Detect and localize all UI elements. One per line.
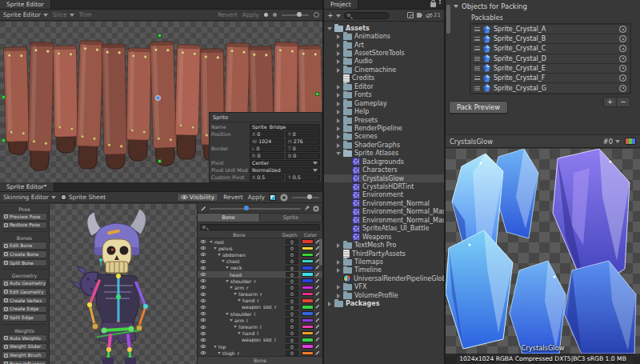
bone-row[interactable]: pelvis0 bbox=[198, 245, 322, 251]
packable-item[interactable]: Sprite_Crystal_B bbox=[471, 34, 630, 44]
visibility-eye-icon[interactable] bbox=[198, 344, 208, 349]
visibility-eye-icon[interactable] bbox=[198, 325, 208, 330]
sprite-editor-canvas[interactable]: Sprite Name Sprite_Bridge Position X0 Y0… bbox=[0, 22, 322, 182]
tab-project[interactable]: Project bbox=[324, 0, 358, 9]
selection-handle-right[interactable] bbox=[315, 92, 319, 96]
pencil-icon[interactable] bbox=[315, 265, 322, 270]
bone-row[interactable]: weapon_slot_r0 bbox=[198, 304, 322, 310]
object-picker-icon[interactable] bbox=[619, 74, 626, 82]
visibility-eye-icon[interactable] bbox=[198, 318, 208, 322]
hidden-count-toggle[interactable]: 21 bbox=[426, 12, 441, 18]
project-tree-item[interactable]: Assets bbox=[324, 24, 444, 32]
tree-foldout-icon[interactable] bbox=[335, 150, 341, 157]
tool-button-weight-slider[interactable]: Weight Slider bbox=[2, 343, 47, 351]
bone-foldout-icon[interactable] bbox=[226, 266, 229, 269]
drag-handle-icon[interactable] bbox=[474, 27, 480, 31]
bone-depth-field[interactable]: 0 bbox=[286, 318, 298, 323]
packable-item[interactable]: Sprite_Crystal_E bbox=[471, 64, 630, 74]
visibility-eye-icon[interactable] bbox=[198, 311, 208, 316]
bone-foldout-icon[interactable] bbox=[230, 286, 233, 289]
pivot-dropdown[interactable]: Center bbox=[250, 160, 320, 166]
bone-depth-field[interactable]: 0 bbox=[286, 350, 298, 356]
border-t-field[interactable]: T0 bbox=[286, 146, 320, 152]
bone-color-swatch[interactable] bbox=[302, 292, 314, 297]
bone-depth-field[interactable]: 0 bbox=[286, 330, 298, 336]
bone-foldout-icon[interactable] bbox=[226, 313, 229, 315]
bone-depth-field[interactable]: 0 bbox=[286, 305, 298, 310]
pencil-icon[interactable] bbox=[315, 344, 322, 350]
project-tree-item[interactable]: CrystalsHDRTint bbox=[324, 182, 444, 190]
project-tree-item[interactable]: Environment_Normal_Mask bbox=[324, 208, 444, 216]
bone-color-swatch[interactable] bbox=[302, 272, 314, 277]
project-tree-item[interactable]: Environment_Normal_Mask bbox=[324, 216, 444, 224]
bone-opacity-slider[interactable] bbox=[210, 208, 301, 210]
bone-color-swatch[interactable] bbox=[302, 344, 314, 349]
tree-foldout-icon[interactable] bbox=[326, 25, 332, 31]
bone-depth-field[interactable]: 0 bbox=[286, 311, 298, 317]
visibility-eye-icon[interactable] bbox=[198, 305, 208, 310]
pencil-icon[interactable] bbox=[315, 311, 322, 317]
bone-depth-field[interactable]: 0 bbox=[286, 338, 298, 343]
slice-dropdown[interactable]: Slice bbox=[53, 11, 74, 18]
bone-foldout-icon[interactable] bbox=[238, 299, 241, 302]
drag-handle-icon[interactable] bbox=[474, 37, 480, 41]
preview-page-dropdown[interactable]: #0 bbox=[603, 138, 620, 146]
project-tree-item[interactable]: ThirdPartyAssets bbox=[324, 250, 444, 258]
tree-foldout-icon[interactable] bbox=[335, 66, 341, 73]
label-icon[interactable] bbox=[417, 13, 422, 18]
bone-foldout-icon[interactable] bbox=[226, 280, 229, 282]
bone-foldout-icon[interactable] bbox=[234, 293, 237, 295]
bone-depth-field[interactable]: 0 bbox=[286, 291, 298, 297]
bone-color-swatch[interactable] bbox=[302, 246, 314, 251]
bone-color-swatch[interactable] bbox=[302, 253, 314, 258]
tool-button-auto-weights[interactable]: Auto Weights bbox=[2, 334, 47, 342]
skinning-mode-dropdown[interactable]: Skinning Editor bbox=[3, 194, 56, 201]
selection-handle-top[interactable] bbox=[158, 34, 162, 38]
project-tree-item[interactable]: UniversalRenderPipelineGlob bbox=[324, 274, 444, 282]
visibility-eye-icon[interactable] bbox=[198, 338, 208, 342]
zoom-slider[interactable] bbox=[282, 14, 309, 16]
tool-button-edit-geometry[interactable]: Edit Geometry bbox=[2, 288, 47, 296]
project-tree-item[interactable]: TextMesh Pro bbox=[324, 241, 444, 249]
border-b-field[interactable]: B0 bbox=[286, 153, 320, 159]
bone-row[interactable]: shoulder_l0 bbox=[198, 310, 322, 317]
bone-color-swatch[interactable] bbox=[302, 298, 314, 303]
visibility-eye-icon[interactable] bbox=[198, 252, 208, 257]
skinning-canvas[interactable] bbox=[50, 204, 197, 364]
visibility-toggle-button[interactable]: Visibility bbox=[177, 193, 218, 202]
packable-item[interactable]: Sprite_Crystal_C bbox=[471, 44, 630, 54]
visibility-eye-icon[interactable] bbox=[198, 331, 208, 336]
search-by-type-icon[interactable] bbox=[407, 12, 414, 18]
tree-foldout-icon[interactable] bbox=[335, 125, 341, 131]
color-swatch-icon[interactable] bbox=[270, 194, 276, 201]
custom-pivot-x-field[interactable]: X0.5 bbox=[250, 174, 284, 181]
tool-button-auto-geometry[interactable]: Auto Geometry bbox=[2, 279, 47, 287]
pencil-icon[interactable] bbox=[315, 291, 322, 297]
bone-foldout-icon[interactable] bbox=[214, 247, 217, 250]
bone-depth-field[interactable]: 0 bbox=[286, 344, 298, 350]
bone-row[interactable]: forearm_l0 bbox=[198, 323, 322, 330]
bone-foldout-icon[interactable] bbox=[218, 254, 221, 256]
gear-icon[interactable] bbox=[314, 206, 318, 210]
visibility-eye-icon[interactable] bbox=[198, 259, 208, 264]
pencil-icon[interactable] bbox=[315, 350, 322, 356]
bone-row[interactable]: head0 bbox=[198, 271, 322, 278]
tree-foldout-icon[interactable] bbox=[335, 109, 341, 115]
objects-for-packing-header[interactable]: Objects for Packing bbox=[446, 0, 640, 12]
object-picker-icon[interactable] bbox=[619, 85, 626, 92]
bone-row[interactable]: shoulder_r0 bbox=[198, 278, 322, 284]
tool-button-preview-pose[interactable]: Preview Pose bbox=[2, 213, 47, 221]
atlas-preview-area[interactable]: CrystalsGlow 1024x1024 RGBA Compressed D… bbox=[446, 149, 640, 364]
bone-depth-field[interactable]: 0 bbox=[286, 285, 298, 290]
pencil-icon[interactable] bbox=[315, 298, 322, 303]
tool-button-bone-influence[interactable]: Bone Influence bbox=[2, 360, 47, 364]
zoom-reset-icon[interactable] bbox=[314, 12, 319, 18]
bone-row[interactable]: hand_r0 bbox=[198, 298, 322, 304]
tree-foldout-icon[interactable] bbox=[335, 42, 341, 48]
bone-depth-field[interactable]: 0 bbox=[286, 324, 298, 330]
bone-color-swatch[interactable] bbox=[302, 278, 314, 283]
project-tree-item[interactable]: Scenes bbox=[324, 133, 444, 141]
tree-foldout-icon[interactable] bbox=[335, 83, 341, 90]
bone-row[interactable]: chest0 bbox=[198, 258, 322, 265]
pencil-icon[interactable] bbox=[315, 324, 322, 330]
